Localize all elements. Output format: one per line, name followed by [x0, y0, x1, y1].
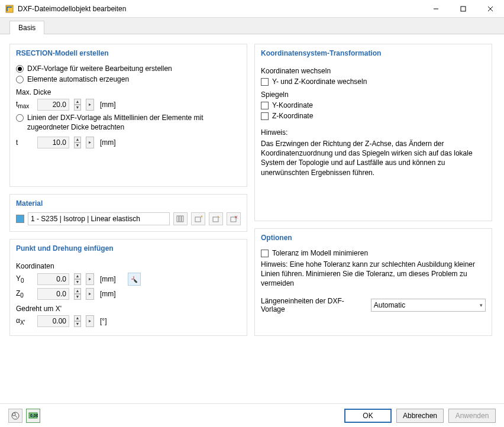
z0-spinner[interactable]: ▲▼: [74, 288, 81, 300]
footer: 0,00 OK Abbrechen Anwenden: [0, 403, 504, 427]
mirror-y-label: Y-Koordinate: [272, 101, 313, 109]
svg-line-17: [15, 415, 17, 418]
svg-rect-10: [213, 217, 218, 222]
material-swatch: [16, 215, 24, 223]
t-more[interactable]: ▸: [86, 137, 94, 148]
maximize-button[interactable]: [450, 0, 477, 18]
apply-button[interactable]: Anwenden: [448, 409, 496, 423]
tolerance-label: Toleranz im Modell minimieren: [272, 249, 368, 257]
material-new-button[interactable]: ✶: [191, 212, 205, 225]
radio-auto-elements-label: Elemente automatisch erzeugen: [27, 75, 129, 83]
y0-symbol: Y0: [16, 274, 34, 284]
radio-template[interactable]: [16, 65, 24, 73]
tolerance-checkbox[interactable]: [261, 250, 269, 257]
svg-rect-5: [177, 216, 179, 222]
z0-more[interactable]: ▸: [86, 288, 94, 300]
mirror-y-checkbox[interactable]: [261, 102, 269, 109]
hint-body: Das Erzwingen der Richtung der Z-Achse, …: [261, 139, 486, 177]
radio-centerlines-label: Linien der DXF-Vorlage als Mittellinien …: [27, 113, 241, 132]
radio-template-label: DXF-Vorlage für weitere Bearbeitung erst…: [27, 64, 172, 73]
tab-basis[interactable]: Basis: [9, 21, 44, 34]
panel-coord: Koordinatensystem-Transformation Koordin…: [254, 44, 492, 221]
alpha-input[interactable]: [37, 315, 69, 327]
length-units-label: Längeneinheiten der DXF-Vorlage: [261, 297, 365, 313]
rsection-head: RSECTION-Modell erstellen: [10, 44, 247, 60]
t-symbol: t: [16, 138, 34, 147]
info-button[interactable]: [8, 409, 22, 423]
cancel-button[interactable]: Abbrechen: [396, 409, 444, 423]
alpha-spinner[interactable]: ▲▼: [74, 315, 81, 327]
close-button[interactable]: [477, 0, 504, 18]
radio-centerlines[interactable]: [16, 114, 24, 122]
tmax-input[interactable]: [37, 99, 69, 111]
t-input[interactable]: [37, 137, 69, 148]
y0-input[interactable]: [37, 273, 69, 285]
z0-unit: [mm]: [100, 290, 116, 298]
swap-yz-checkbox[interactable]: [261, 78, 269, 86]
length-units-value: Automatic: [374, 301, 480, 309]
options-head: Optionen: [255, 229, 492, 244]
swap-yz-label: Y- und Z-Koordinate wechseln: [272, 77, 367, 86]
mirror-z-label: Z-Koordinate: [272, 112, 313, 120]
ok-button[interactable]: OK: [344, 409, 392, 423]
chevron-down-icon: ▾: [480, 302, 483, 308]
mirror-z-checkbox[interactable]: [261, 112, 269, 120]
units-button[interactable]: 0,00: [26, 409, 40, 423]
titlebar: DXF-Dateimodellobjekt bearbeiten: [0, 0, 504, 18]
alpha-symbol: αX': [16, 316, 34, 326]
svg-rect-6: [179, 216, 181, 222]
mirror-group-label: Spiegeln: [261, 90, 289, 99]
z0-input[interactable]: [37, 288, 69, 300]
minimize-button[interactable]: [422, 0, 450, 18]
tmax-spinner[interactable]: ▲▼: [74, 99, 81, 111]
tmax-more[interactable]: ▸: [86, 99, 94, 111]
swap-group-label: Koordinaten wechseln: [261, 67, 331, 75]
panel-material: Material 1 - S235 | Isotrop | Linear ela…: [9, 194, 247, 232]
z0-symbol: Z0: [16, 289, 34, 299]
y0-unit: [mm]: [100, 275, 116, 283]
t-spinner[interactable]: ▲▼: [74, 137, 81, 148]
material-head: Material: [10, 195, 247, 210]
svg-rect-2: [461, 7, 466, 11]
tmax-symbol: tmax: [16, 100, 34, 109]
coord-head: Koordinatensystem-Transformation: [255, 44, 492, 60]
y0-spinner[interactable]: ▲▼: [74, 273, 81, 285]
max-thickness-label: Max. Dicke: [16, 88, 51, 96]
y0-more[interactable]: ▸: [86, 273, 94, 285]
point-head: Punkt und Drehung einfügen: [10, 240, 247, 255]
alpha-more[interactable]: ▸: [86, 315, 94, 327]
svg-text:✶: ✶: [200, 215, 202, 219]
material-delete-button[interactable]: [227, 212, 241, 225]
length-units-combo[interactable]: Automatic ▾: [371, 299, 486, 312]
svg-text:0,00: 0,00: [30, 413, 38, 418]
rotation-label: Gedreht um X': [16, 305, 62, 313]
pick-point-button[interactable]: [128, 273, 141, 286]
material-field[interactable]: 1 - S235 | Isotrop | Linear elastisch: [28, 212, 170, 225]
tolerance-hint: Hinweis: Eine hohe Toleranz kann zur sch…: [261, 260, 486, 289]
app-icon: [5, 4, 14, 14]
coord-label: Koordinaten: [16, 262, 54, 270]
material-library-button[interactable]: [173, 212, 188, 225]
alpha-unit: [°]: [100, 317, 106, 325]
svg-rect-7: [182, 216, 183, 222]
panel-point: Punkt und Drehung einfügen Koordinaten Y…: [9, 239, 247, 336]
t-unit: [mm]: [100, 138, 116, 147]
tmax-unit: [mm]: [100, 101, 116, 109]
tab-strip: Basis: [0, 18, 504, 34]
hint-label: Hinweis:: [261, 128, 287, 137]
panel-rsection: RSECTION-Modell erstellen DXF-Vorlage fü…: [9, 44, 247, 187]
radio-auto-elements[interactable]: [16, 76, 24, 83]
material-edit-button[interactable]: [209, 212, 223, 225]
window-title: DXF-Dateimodellobjekt bearbeiten: [18, 5, 422, 13]
panel-options: Optionen Toleranz im Modell minimieren H…: [254, 228, 492, 336]
